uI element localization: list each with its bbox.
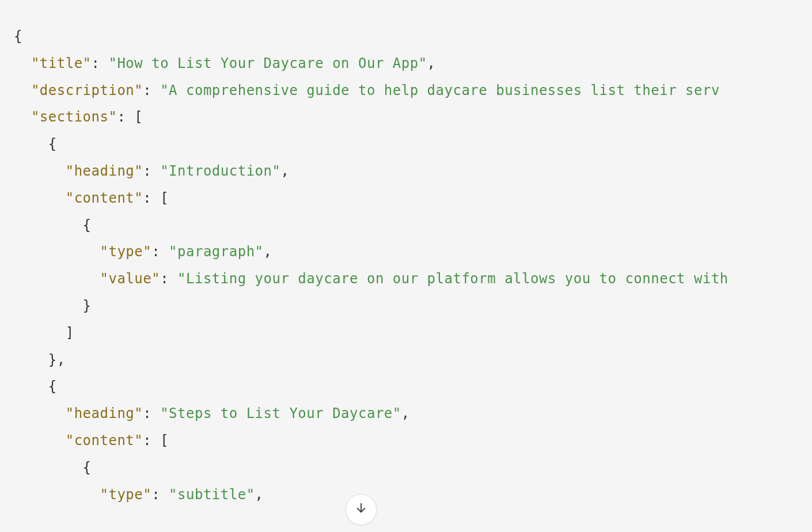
brace-close: }: [14, 298, 92, 314]
json-key-heading: "heading": [66, 163, 143, 179]
json-string: "How to List Your Daycare on Our App": [108, 55, 427, 71]
json-key-description: "description": [31, 82, 143, 98]
json-string: "Steps to List Your Daycare": [160, 405, 401, 421]
bracket-open: [: [160, 190, 169, 206]
bracket-close: ]: [14, 325, 74, 341]
json-string: "subtitle": [169, 487, 255, 503]
json-key-heading: "heading": [66, 405, 143, 421]
bracket-open: [: [134, 109, 143, 125]
bracket-open: [: [160, 432, 169, 449]
json-key-content: "content": [66, 432, 143, 449]
json-code-block: { "title": "How to List Your Daycare on …: [14, 23, 812, 508]
scroll-down-button[interactable]: [346, 494, 377, 525]
json-key-type: "type": [100, 487, 152, 503]
json-string: "Introduction": [160, 163, 280, 179]
json-key-content: "content": [66, 190, 143, 206]
json-key-title: "title": [31, 55, 92, 71]
brace-open: {: [14, 217, 92, 233]
brace-open: {: [14, 459, 92, 476]
json-key-value: "value": [100, 271, 161, 287]
brace-close: },: [14, 352, 66, 368]
json-string: "Listing your daycare on our platform al…: [177, 271, 728, 287]
json-key-type: "type": [100, 244, 152, 260]
json-string: "A comprehensive guide to help daycare b…: [160, 82, 720, 98]
json-string: "paragraph": [169, 244, 263, 260]
brace-open: {: [14, 378, 57, 394]
arrow-down-icon: [355, 496, 367, 523]
json-key-sections: "sections": [31, 109, 117, 125]
brace-open: {: [14, 28, 22, 44]
brace-open: {: [14, 136, 57, 152]
